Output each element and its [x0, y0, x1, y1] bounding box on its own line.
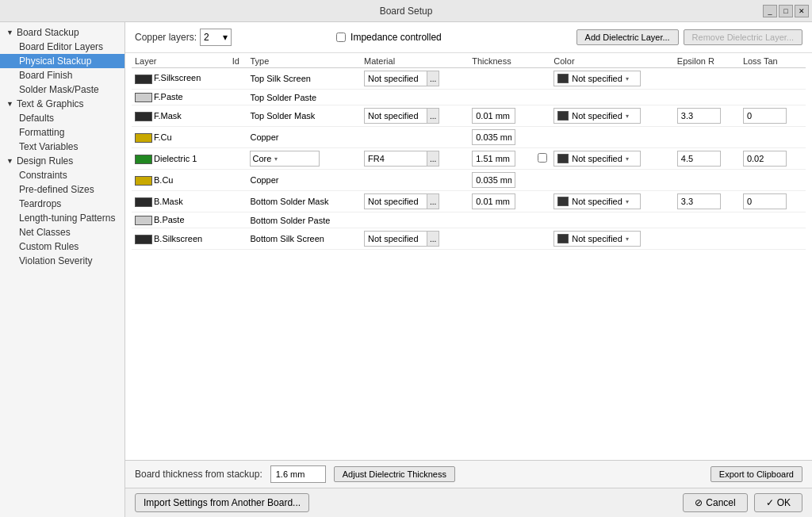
- sidebar-item-formatting[interactable]: Formatting: [0, 125, 124, 140]
- material-browse-button[interactable]: ...: [427, 231, 439, 247]
- chevron-down-icon: ▾: [223, 32, 228, 43]
- color-select[interactable]: Not specified▾: [553, 231, 641, 247]
- sidebar-item-board-editor-layers[interactable]: Board Editor Layers: [0, 40, 124, 54]
- loss-tan-input[interactable]: [743, 193, 787, 209]
- lock-cell: [534, 213, 550, 228]
- thickness-cell: [469, 191, 534, 213]
- col-header-material: Material: [361, 53, 469, 68]
- table-row: F.CuCopper: [132, 127, 806, 148]
- color-cell: [550, 170, 674, 191]
- title-bar: Board Setup _ □ ✕: [0, 0, 812, 22]
- chevron-down-icon: ▼: [6, 29, 13, 36]
- color-cell: [550, 213, 674, 228]
- color-select[interactable]: Not specified▾: [553, 151, 641, 167]
- sidebar-group-text-graphics[interactable]: ▼ Text & Graphics: [0, 97, 124, 111]
- close-button[interactable]: ✕: [795, 5, 809, 17]
- material-input[interactable]: [364, 151, 427, 167]
- material-browse-button[interactable]: ...: [427, 108, 439, 124]
- col-header-lock: [534, 53, 550, 68]
- table-row: F.PasteTop Solder Paste: [132, 90, 806, 105]
- thickness-field[interactable]: [472, 151, 515, 167]
- sidebar-item-physical-stackup[interactable]: Physical Stackup: [0, 54, 124, 68]
- sidebar-item-solder-mask-paste[interactable]: Solder Mask/Paste: [0, 82, 124, 97]
- layer-cell: Dielectric 1: [132, 148, 229, 170]
- chevron-down-icon: ▾: [626, 75, 629, 82]
- adjust-dielectric-button[interactable]: Adjust Dielectric Thickness: [334, 466, 455, 482]
- sidebar-item-predefined-sizes[interactable]: Pre-defined Sizes: [0, 182, 124, 197]
- thickness-cell: [469, 148, 534, 170]
- thickness-field[interactable]: [472, 172, 515, 188]
- layer-id-cell: [229, 170, 247, 191]
- thickness-input[interactable]: [270, 465, 326, 483]
- col-header-type: Type: [247, 53, 361, 68]
- color-preview: [557, 74, 569, 83]
- color-select[interactable]: Not specified▾: [553, 71, 641, 86]
- col-header-layer: Layer: [132, 53, 229, 68]
- layer-cell: F.Silkscreen: [132, 68, 229, 90]
- sidebar-group-design-rules[interactable]: ▼ Design Rules: [0, 154, 124, 168]
- chevron-down-icon: ▼: [6, 157, 13, 165]
- material-browse-button[interactable]: ...: [427, 151, 439, 167]
- sidebar-item-net-classes[interactable]: Net Classes: [0, 225, 124, 239]
- epsilon-r-input[interactable]: [677, 108, 721, 124]
- layer-cell: B.Mask: [132, 191, 229, 213]
- stackup-table-container: Layer Id Type Material Thickness Color E…: [125, 53, 812, 460]
- minimize-button[interactable]: _: [763, 5, 777, 17]
- epsilon-cell: [674, 170, 740, 191]
- type-label: Core: [252, 154, 271, 163]
- export-clipboard-button[interactable]: Export to Clipboard: [710, 466, 802, 482]
- sidebar-group-label: Board Stackup: [17, 27, 79, 38]
- material-input[interactable]: [364, 231, 427, 247]
- color-label: Not specified: [572, 234, 622, 243]
- loss-tan-cell: [740, 213, 806, 228]
- sidebar-item-constraints[interactable]: Constraints: [0, 168, 124, 182]
- material-browse-button[interactable]: ...: [427, 193, 439, 209]
- table-row: B.PasteBottom Solder Paste: [132, 213, 806, 228]
- type-cell: Copper: [247, 127, 361, 148]
- color-select[interactable]: Not specified▾: [553, 193, 641, 209]
- layer-color-swatch: [135, 197, 152, 207]
- copper-layers-select[interactable]: 2 ▾: [200, 29, 232, 46]
- sidebar-item-length-tuning[interactable]: Length-tuning Patterns: [0, 211, 124, 225]
- loss-tan-input[interactable]: [743, 108, 787, 124]
- layer-id-cell: [229, 228, 247, 250]
- epsilon-r-input[interactable]: [677, 193, 721, 209]
- sidebar-item-teardrops[interactable]: Teardrops: [0, 197, 124, 211]
- window-controls[interactable]: _ □ ✕: [763, 5, 809, 17]
- type-cell[interactable]: Core▾: [247, 148, 361, 170]
- color-select[interactable]: Not specified▾: [553, 108, 641, 124]
- material-input[interactable]: [364, 193, 427, 209]
- ok-button[interactable]: ✓ OK: [754, 493, 802, 512]
- thickness-field[interactable]: [472, 193, 515, 209]
- col-header-epsilon: Epsilon R: [674, 53, 740, 68]
- type-dropdown[interactable]: Core▾: [250, 151, 320, 167]
- epsilon-r-input[interactable]: [677, 151, 721, 167]
- col-header-id: Id: [229, 53, 247, 68]
- window-title: Board Setup: [380, 6, 433, 17]
- impedance-checkbox[interactable]: [336, 33, 346, 42]
- sidebar-item-custom-rules[interactable]: Custom Rules: [0, 239, 124, 254]
- sidebar-item-violation-severity[interactable]: Violation Severity: [0, 254, 124, 268]
- thickness-field[interactable]: [472, 129, 515, 145]
- loss-tan-input[interactable]: [743, 151, 787, 167]
- remove-dielectric-button[interactable]: Remove Dielectric Layer...: [684, 29, 802, 45]
- sidebar-item-text-variables[interactable]: Text Variables: [0, 140, 124, 154]
- material-input[interactable]: [364, 108, 427, 124]
- table-row: F.MaskTop Solder Mask...Not specified▾: [132, 105, 806, 127]
- layer-cell: B.Cu: [132, 170, 229, 191]
- sidebar-group-board-stackup[interactable]: ▼ Board Stackup: [0, 25, 124, 40]
- lock-checkbox[interactable]: [538, 153, 547, 163]
- sidebar-item-defaults[interactable]: Defaults: [0, 111, 124, 125]
- cancel-button[interactable]: ⊘ Cancel: [683, 493, 747, 512]
- lock-cell: [534, 170, 550, 191]
- material-input[interactable]: [364, 71, 427, 86]
- maximize-button[interactable]: □: [779, 5, 793, 17]
- add-dielectric-button[interactable]: Add Dielectric Layer...: [576, 29, 679, 45]
- import-settings-button[interactable]: Import Settings from Another Board...: [135, 493, 309, 512]
- layer-name: F.Cu: [154, 132, 172, 142]
- layer-name: B.Paste: [154, 215, 185, 224]
- sidebar-item-board-finish[interactable]: Board Finish: [0, 68, 124, 82]
- material-browse-button[interactable]: ...: [427, 71, 439, 86]
- layer-cell: F.Cu: [132, 127, 229, 148]
- thickness-field[interactable]: [472, 108, 515, 124]
